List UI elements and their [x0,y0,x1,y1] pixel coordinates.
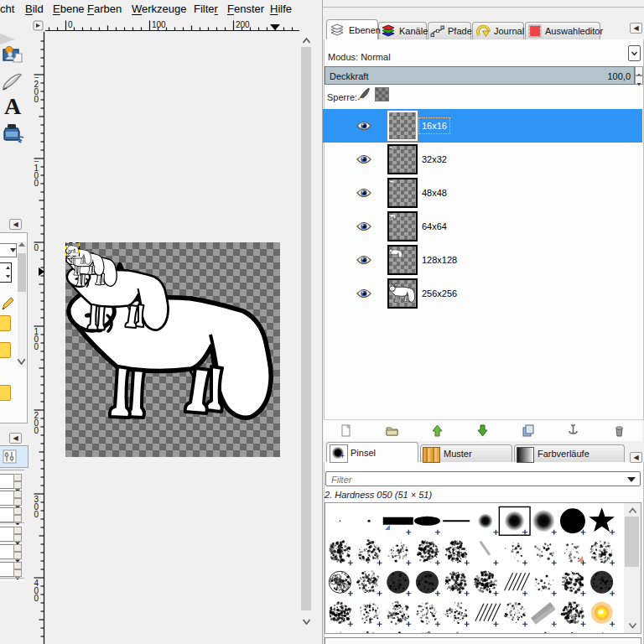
svg-text:200: 200 [236,20,250,29]
svg-text:0: 0 [34,179,39,188]
svg-text:0: 0 [68,20,73,29]
svg-text:0: 0 [34,426,39,435]
svg-text:100: 100 [152,20,166,29]
svg-text:0: 0 [34,342,39,351]
svg-text:0: 0 [34,510,39,519]
svg-text:0: 0 [34,243,39,252]
svg-text:0: 0 [34,594,39,603]
svg-text:0: 0 [34,95,39,104]
